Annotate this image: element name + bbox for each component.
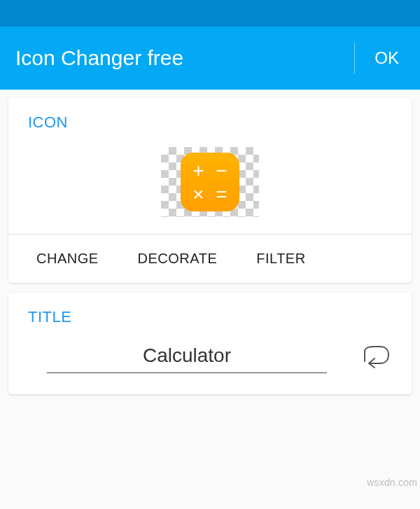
title-card: TITLE (8, 293, 412, 394)
tab-decorate[interactable]: DECORATE (118, 251, 237, 267)
tab-change[interactable]: CHANGE (17, 251, 118, 267)
title-input-wrap (28, 340, 346, 373)
undo-button[interactable] (358, 341, 392, 372)
app-title: Icon Changer free (15, 46, 354, 70)
undo-icon (360, 344, 390, 368)
status-bar (0, 0, 420, 27)
icon-preview-area: + − × = (8, 140, 412, 234)
equals-icon: = (212, 185, 231, 204)
icon-section-label: ICON (8, 98, 412, 140)
icon-preview[interactable]: + − × = (161, 147, 259, 217)
minus-icon: − (212, 161, 231, 181)
title-input[interactable] (47, 340, 327, 373)
icon-tabs: CHANGE DECORATE FILTER (8, 234, 412, 283)
content: ICON + − × = CHANGE DECORATE FILTER TITL… (0, 90, 420, 412)
ok-button[interactable]: OK (354, 43, 405, 74)
app-bar: Icon Changer free OK (0, 27, 420, 90)
times-icon: × (189, 185, 208, 204)
plus-icon: + (189, 161, 208, 181)
title-section-label: TITLE (8, 293, 412, 335)
icon-card: ICON + − × = CHANGE DECORATE FILTER (8, 98, 412, 283)
tab-filter[interactable]: FILTER (237, 251, 325, 267)
calculator-icon: + − × = (181, 153, 239, 211)
title-body (8, 335, 412, 394)
watermark: wsxdn.com (367, 477, 417, 488)
